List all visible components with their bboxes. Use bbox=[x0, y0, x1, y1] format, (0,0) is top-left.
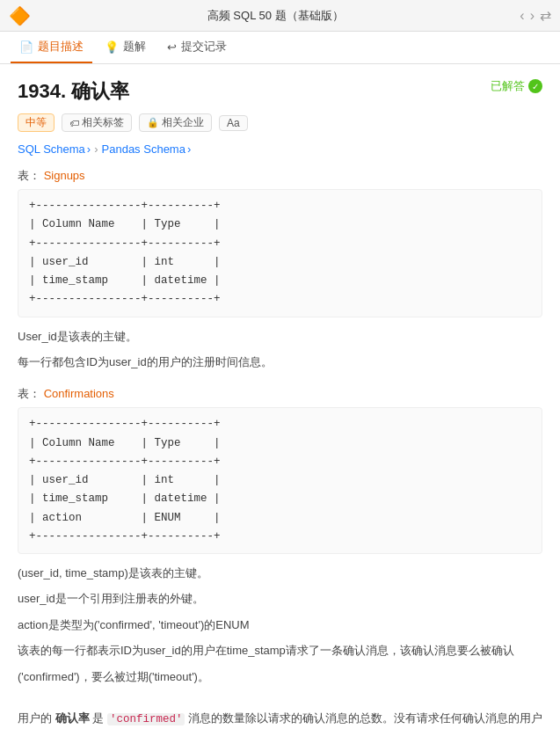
confirmations-desc2: user_id是一个引用到注册表的外键。 bbox=[18, 588, 542, 609]
confirmations-desc4: 该表的每一行都表示ID为user_id的用户在time_stamp请求了一条确认… bbox=[18, 640, 542, 660]
schema-separator: › bbox=[94, 142, 98, 156]
tab-description[interactable]: 📄 题目描述 bbox=[11, 32, 92, 63]
solved-label: 已解答 bbox=[491, 78, 525, 94]
schema-links: SQL Schema › › Pandas Schema › bbox=[18, 142, 542, 156]
confirmations-table-label: 表： Confirmations bbox=[18, 386, 542, 402]
difficulty-tag: 中等 bbox=[18, 113, 55, 132]
description-icon: 📄 bbox=[19, 40, 33, 54]
tags-row: 中等 🏷 相关标签 🔒 相关企业 Aa bbox=[18, 113, 542, 132]
submissions-icon: ↩ bbox=[167, 40, 177, 54]
signups-desc2: 每一行都包含ID为user_id的用户的注册时间信息。 bbox=[18, 352, 542, 372]
font-size-button[interactable]: Aa bbox=[219, 115, 248, 131]
solved-badge: 已解答 ✓ bbox=[491, 78, 542, 94]
problem-title: 1934. 确认率 bbox=[18, 78, 129, 105]
signups-table-label: 表： Signups bbox=[18, 168, 542, 184]
confirmed-code: 'confirmed' bbox=[107, 713, 185, 725]
solution-icon: 💡 bbox=[105, 40, 119, 54]
problem-header: 1934. 确认率 已解答 ✓ bbox=[18, 78, 542, 105]
top-bar-nav: ‹ › ⇄ bbox=[520, 7, 551, 24]
tab-solution[interactable]: 💡 题解 bbox=[96, 32, 155, 63]
confirmations-desc3: action是类型为('confirmed', 'timeout')的ENUM bbox=[18, 615, 542, 635]
check-circle-icon: ✓ bbox=[528, 79, 542, 93]
nav-shuffle-button[interactable]: ⇄ bbox=[540, 7, 551, 24]
tab-description-label: 题目描述 bbox=[38, 39, 84, 55]
content-area: 1934. 确认率 已解答 ✓ 中等 🏷 相关标签 🔒 相关企业 Aa SQL … bbox=[0, 64, 560, 729]
pandas-schema-link[interactable]: Pandas Schema › bbox=[102, 142, 192, 156]
confirmations-desc1: (user_id, time_stamp)是该表的主键。 bbox=[18, 563, 542, 583]
confirmations-section: 表： Confirmations +----------------+-----… bbox=[18, 386, 542, 687]
tag-icon: 🏷 bbox=[69, 118, 79, 128]
sql-schema-link[interactable]: SQL Schema › bbox=[18, 142, 91, 156]
signups-section: 表： Signups +----------------+----------+… bbox=[18, 168, 542, 372]
note-line1: 用户的 确认率 是 'confirmed' 消息的数量除以请求的确认消息的总数。… bbox=[18, 708, 542, 729]
tab-submissions-label: 提交记录 bbox=[181, 39, 227, 55]
signups-desc1: User_id是该表的主键。 bbox=[18, 326, 542, 346]
confirmations-desc5: ('confirmed')，要么被过期('timeout')。 bbox=[18, 667, 542, 687]
top-bar-title: 高频 SQL 50 题（基础版） bbox=[38, 8, 513, 24]
tab-bar: 📄 题目描述 💡 题解 ↩ 提交记录 bbox=[0, 32, 560, 64]
signups-code-block: +----------------+----------+ | Column N… bbox=[18, 189, 542, 317]
top-bar: 🔶 高频 SQL 50 题（基础版） ‹ › ⇄ bbox=[0, 0, 560, 32]
confirmations-code-block: +----------------+----------+ | Column N… bbox=[18, 407, 542, 554]
bottom-note: 用户的 确认率 是 'confirmed' 消息的数量除以请求的确认消息的总数。… bbox=[18, 708, 542, 729]
nav-next-button[interactable]: › bbox=[530, 8, 535, 24]
tab-submissions[interactable]: ↩ 提交记录 bbox=[158, 32, 236, 63]
tab-solution-label: 题解 bbox=[123, 39, 146, 55]
nav-prev-button[interactable]: ‹ bbox=[520, 8, 524, 24]
chevron-right-icon: › bbox=[87, 142, 91, 156]
chevron-right-icon2: › bbox=[187, 142, 191, 156]
related-companies-button[interactable]: 🔒 相关企业 bbox=[139, 113, 212, 132]
company-icon: 🔒 bbox=[147, 117, 159, 128]
app-logo: 🔶 bbox=[9, 5, 31, 26]
related-tags-button[interactable]: 🏷 相关标签 bbox=[62, 113, 132, 132]
